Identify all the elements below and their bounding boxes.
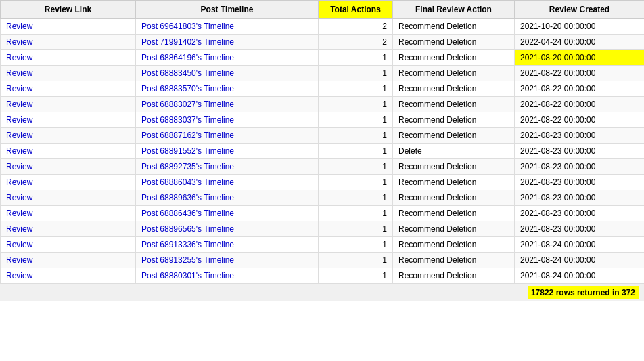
timeline-cell[interactable]: Post 69641803's Timeline bbox=[136, 19, 319, 35]
timeline-cell[interactable]: Post 68913336's Timeline bbox=[136, 237, 319, 253]
timeline-link[interactable]: Post 68892735's Timeline bbox=[141, 162, 234, 171]
total-actions-cell: 1 bbox=[319, 112, 393, 128]
review-link-cell[interactable]: Review bbox=[1, 159, 136, 175]
review-link[interactable]: Review bbox=[6, 22, 32, 31]
review-link-cell[interactable]: Review bbox=[1, 128, 136, 144]
review-created-cell: 2021-08-24 00:00:00 bbox=[515, 268, 645, 284]
col-header-final-review: Final Review Action bbox=[393, 1, 515, 19]
timeline-cell[interactable]: Post 68883570's Timeline bbox=[136, 81, 319, 97]
final-review-action-cell: Delete bbox=[393, 144, 515, 159]
review-link[interactable]: Review bbox=[6, 255, 32, 265]
review-link[interactable]: Review bbox=[6, 224, 32, 234]
review-created-cell: 2021-08-22 00:00:00 bbox=[515, 81, 645, 97]
review-link[interactable]: Review bbox=[6, 68, 32, 78]
timeline-cell[interactable]: Post 68886436's Timeline bbox=[136, 206, 319, 221]
review-link[interactable]: Review bbox=[6, 146, 32, 156]
review-link[interactable]: Review bbox=[6, 37, 32, 47]
review-link[interactable]: Review bbox=[6, 162, 32, 171]
timeline-cell[interactable]: Post 68896565's Timeline bbox=[136, 221, 319, 237]
review-link-cell[interactable]: Review bbox=[1, 35, 136, 50]
final-review-action-cell: Recommend Deletion bbox=[393, 35, 515, 50]
review-link[interactable]: Review bbox=[6, 271, 32, 280]
timeline-link[interactable]: Post 68864196's Timeline bbox=[141, 53, 234, 62]
total-actions-cell: 1 bbox=[319, 175, 393, 190]
timeline-link[interactable]: Post 68891552's Timeline bbox=[141, 146, 234, 156]
review-link-cell[interactable]: Review bbox=[1, 221, 136, 237]
review-created-cell: 2021-10-20 00:00:00 bbox=[515, 19, 645, 35]
timeline-cell[interactable]: Post 68883037's Timeline bbox=[136, 112, 319, 128]
total-actions-cell: 1 bbox=[319, 128, 393, 144]
table-row: ReviewPost 68913336's Timeline1Recommend… bbox=[1, 237, 645, 253]
table-row: ReviewPost 68883027's Timeline1Recommend… bbox=[1, 97, 645, 112]
review-link[interactable]: Review bbox=[6, 209, 32, 218]
timeline-link[interactable]: Post 71991402's Timeline bbox=[141, 37, 234, 47]
timeline-cell[interactable]: Post 68891552's Timeline bbox=[136, 144, 319, 159]
review-link[interactable]: Review bbox=[6, 84, 32, 93]
timeline-link[interactable]: Post 68883037's Timeline bbox=[141, 115, 234, 125]
review-created-cell: 2021-08-22 00:00:00 bbox=[515, 97, 645, 112]
table-row: ReviewPost 68896565's Timeline1Recommend… bbox=[1, 221, 645, 237]
total-actions-cell: 1 bbox=[319, 144, 393, 159]
review-created-cell: 2021-08-23 00:00:00 bbox=[515, 159, 645, 175]
table-body: ReviewPost 69641803's Timeline2Recommend… bbox=[1, 19, 645, 284]
timeline-cell[interactable]: Post 68883027's Timeline bbox=[136, 97, 319, 112]
timeline-link[interactable]: Post 68889636's Timeline bbox=[141, 193, 234, 203]
table-row: ReviewPost 68883450's Timeline1Recommend… bbox=[1, 66, 645, 81]
total-actions-cell: 1 bbox=[319, 50, 393, 66]
timeline-cell[interactable]: Post 68886043's Timeline bbox=[136, 175, 319, 190]
review-link-cell[interactable]: Review bbox=[1, 97, 136, 112]
review-link[interactable]: Review bbox=[6, 177, 32, 187]
review-link[interactable]: Review bbox=[6, 115, 32, 125]
timeline-link[interactable]: Post 68886043's Timeline bbox=[141, 177, 234, 187]
timeline-cell[interactable]: Post 68913255's Timeline bbox=[136, 253, 319, 268]
timeline-link[interactable]: Post 68913336's Timeline bbox=[141, 240, 234, 249]
review-link-cell[interactable]: Review bbox=[1, 50, 136, 66]
timeline-link[interactable]: Post 68883450's Timeline bbox=[141, 68, 234, 78]
review-link-cell[interactable]: Review bbox=[1, 66, 136, 81]
timeline-link[interactable]: Post 68886436's Timeline bbox=[141, 209, 234, 218]
review-link[interactable]: Review bbox=[6, 131, 32, 140]
final-review-action-cell: Recommend Deletion bbox=[393, 190, 515, 206]
total-actions-cell: 1 bbox=[319, 206, 393, 221]
timeline-link[interactable]: Post 69641803's Timeline bbox=[141, 22, 234, 31]
review-link-cell[interactable]: Review bbox=[1, 190, 136, 206]
table-row: ReviewPost 68883570's Timeline1Recommend… bbox=[1, 81, 645, 97]
timeline-link[interactable]: Post 68883570's Timeline bbox=[141, 84, 234, 93]
timeline-link[interactable]: Post 68887162's Timeline bbox=[141, 131, 234, 140]
review-link-cell[interactable]: Review bbox=[1, 112, 136, 128]
total-actions-cell: 2 bbox=[319, 19, 393, 35]
review-created-cell: 2021-08-22 00:00:00 bbox=[515, 112, 645, 128]
review-created-cell: 2021-08-24 00:00:00 bbox=[515, 253, 645, 268]
review-link-cell[interactable]: Review bbox=[1, 175, 136, 190]
review-created-cell: 2022-04-24 00:00:00 bbox=[515, 35, 645, 50]
review-link[interactable]: Review bbox=[6, 240, 32, 249]
timeline-link[interactable]: Post 68880301's Timeline bbox=[141, 271, 234, 280]
review-link-cell[interactable]: Review bbox=[1, 206, 136, 221]
timeline-cell[interactable]: Post 71991402's Timeline bbox=[136, 35, 319, 50]
review-link-cell[interactable]: Review bbox=[1, 81, 136, 97]
table-header-row: Review Link Post Timeline Total Actions … bbox=[1, 1, 645, 19]
review-link-cell[interactable]: Review bbox=[1, 19, 136, 35]
table-row: ReviewPost 68864196's Timeline1Recommend… bbox=[1, 50, 645, 66]
timeline-link[interactable]: Post 68913255's Timeline bbox=[141, 255, 234, 265]
final-review-action-cell: Recommend Deletion bbox=[393, 81, 515, 97]
review-link-cell[interactable]: Review bbox=[1, 253, 136, 268]
timeline-cell[interactable]: Post 68880301's Timeline bbox=[136, 268, 319, 284]
timeline-link[interactable]: Post 68883027's Timeline bbox=[141, 100, 234, 109]
timeline-link[interactable]: Post 68896565's Timeline bbox=[141, 224, 234, 234]
total-actions-cell: 1 bbox=[319, 237, 393, 253]
total-actions-cell: 1 bbox=[319, 159, 393, 175]
timeline-cell[interactable]: Post 68892735's Timeline bbox=[136, 159, 319, 175]
timeline-cell[interactable]: Post 68864196's Timeline bbox=[136, 50, 319, 66]
review-link[interactable]: Review bbox=[6, 193, 32, 203]
review-link-cell[interactable]: Review bbox=[1, 237, 136, 253]
total-actions-cell: 1 bbox=[319, 97, 393, 112]
review-link-cell[interactable]: Review bbox=[1, 144, 136, 159]
table-row: ReviewPost 68880301's Timeline1Recommend… bbox=[1, 268, 645, 284]
review-link[interactable]: Review bbox=[6, 100, 32, 109]
timeline-cell[interactable]: Post 68887162's Timeline bbox=[136, 128, 319, 144]
review-link[interactable]: Review bbox=[6, 53, 32, 62]
timeline-cell[interactable]: Post 68883450's Timeline bbox=[136, 66, 319, 81]
review-link-cell[interactable]: Review bbox=[1, 268, 136, 284]
timeline-cell[interactable]: Post 68889636's Timeline bbox=[136, 190, 319, 206]
